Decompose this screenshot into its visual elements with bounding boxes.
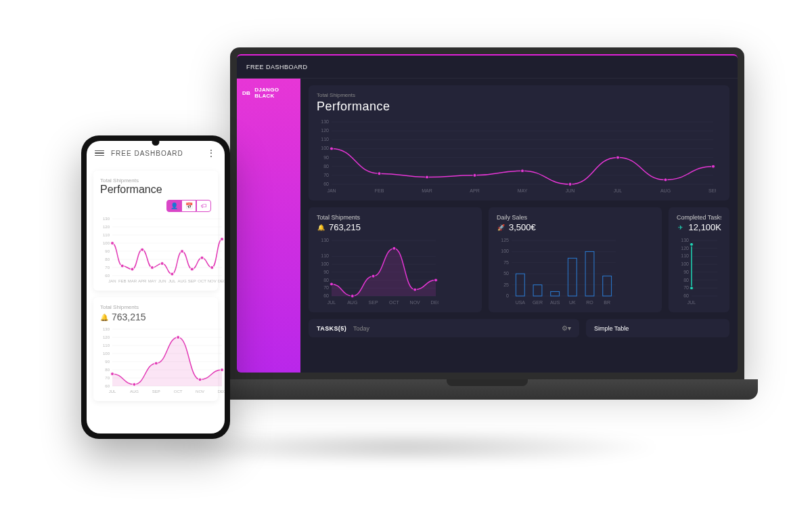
svg-point-20 (521, 169, 524, 173)
svg-text:BR: BR (604, 300, 610, 305)
svg-point-124 (160, 262, 164, 266)
sidebar-brand[interactable]: DB DJANGO BLACK (242, 87, 295, 99)
svg-text:JUN: JUN (566, 188, 575, 193)
svg-text:MAY: MAY (148, 279, 157, 283)
svg-point-126 (181, 250, 184, 253)
mobile-shipments-card: Total Shipments 🔔 763,215 60708090100110… (93, 297, 218, 401)
svg-point-119 (111, 242, 114, 245)
svg-point-19 (473, 173, 476, 177)
svg-point-129 (210, 266, 214, 270)
svg-point-16 (330, 147, 334, 150)
laptop-mockup: FREE DASHBOARD DB DJANGO BLACK Total Shi… (230, 47, 744, 406)
sales-chart: 0255075100125USAGERAUSUKROBR (497, 238, 654, 305)
svg-text:130: 130 (103, 217, 110, 221)
svg-point-17 (378, 172, 381, 175)
svg-text:70: 70 (105, 376, 110, 380)
tasks-filter[interactable]: Today (353, 325, 369, 332)
svg-text:110: 110 (103, 233, 110, 237)
completed-subtitle: Completed Tasks (677, 214, 721, 221)
svg-text:DEC: DEC (431, 300, 438, 305)
completed-value: 12,100K (689, 222, 721, 232)
svg-text:70: 70 (323, 173, 329, 177)
performance-title: Performance (317, 100, 721, 114)
sales-subtitle: Daily Sales (497, 214, 654, 221)
svg-point-127 (190, 268, 194, 271)
shipments-card: Total Shipments 🔔 763,215 60708090100110… (309, 207, 482, 312)
performance-chart: 60708090100110120130JANFEBMARAPRMAYJUNJU… (317, 119, 721, 194)
hamburger-icon[interactable] (95, 150, 104, 156)
svg-text:SEP: SEP (152, 389, 160, 394)
toggle-tag-icon[interactable]: 🏷 (196, 200, 211, 212)
svg-point-163 (198, 378, 202, 381)
mobile-performance-card: Total Shipments Performance 👤 📅 🏷 607080… (93, 171, 218, 291)
svg-text:80: 80 (323, 278, 329, 282)
svg-text:FEB: FEB (375, 188, 384, 193)
svg-text:JUL: JUL (687, 300, 696, 305)
svg-text:DEC: DEC (218, 279, 225, 283)
svg-text:80: 80 (105, 368, 110, 372)
svg-text:MAR: MAR (422, 188, 432, 193)
toggle-calendar-icon[interactable]: 📅 (181, 200, 196, 212)
send-icon: ✈ (677, 224, 685, 232)
simple-table-card: Simple Table (586, 319, 729, 337)
svg-point-121 (131, 268, 134, 271)
svg-text:OCT: OCT (198, 279, 206, 283)
svg-text:80: 80 (683, 278, 689, 282)
svg-text:JAN: JAN (108, 279, 116, 283)
svg-text:AUG: AUG (130, 389, 139, 394)
svg-point-120 (120, 264, 124, 268)
svg-text:120: 120 (103, 225, 110, 229)
svg-text:UK: UK (569, 300, 576, 305)
svg-text:NOV: NOV (208, 279, 217, 283)
svg-text:JUL: JUL (168, 279, 176, 283)
svg-text:JUN: JUN (158, 279, 166, 283)
svg-point-161 (154, 362, 158, 365)
svg-point-22 (616, 156, 620, 159)
svg-text:110: 110 (681, 253, 689, 258)
svg-point-48 (330, 282, 334, 286)
svg-point-21 (568, 183, 572, 186)
view-toggle-group: 👤 📅 🏷 (100, 200, 211, 212)
svg-text:USA: USA (516, 300, 526, 305)
svg-text:JUL: JUL (614, 188, 623, 193)
svg-text:70: 70 (105, 266, 110, 270)
svg-text:FEB: FEB (118, 279, 127, 283)
svg-text:110: 110 (321, 137, 329, 142)
phone-mockup: FREE DASHBOARD ⋮ Total Shipments Perform… (81, 135, 230, 439)
svg-text:100: 100 (681, 261, 689, 266)
svg-text:70: 70 (323, 285, 329, 290)
svg-text:60: 60 (105, 274, 110, 278)
svg-text:AUG: AUG (660, 188, 671, 193)
tasks-label[interactable]: TASKS(5) (317, 325, 346, 332)
sidebar: DB DJANGO BLACK (237, 79, 300, 373)
svg-point-50 (371, 274, 375, 278)
svg-point-49 (351, 295, 354, 298)
svg-text:125: 125 (501, 238, 509, 242)
svg-text:100: 100 (501, 249, 509, 253)
sidebar-label: DJANGO BLACK (254, 87, 295, 99)
svg-text:90: 90 (323, 270, 329, 274)
svg-text:JAN: JAN (327, 188, 336, 193)
svg-text:100: 100 (321, 146, 329, 150)
sidebar-badge: DB (242, 90, 250, 96)
kebab-icon[interactable]: ⋮ (206, 148, 217, 158)
svg-point-164 (221, 368, 224, 372)
svg-text:60: 60 (323, 293, 329, 298)
simple-table-title: Simple Table (594, 325, 629, 332)
svg-text:75: 75 (503, 260, 509, 265)
svg-point-160 (133, 383, 136, 386)
mobile-ship-value: 763,215 (112, 312, 146, 322)
gear-icon[interactable]: ⚙▾ (562, 324, 571, 332)
phone-camera (152, 138, 160, 146)
mobile-ship-subtitle: Total Shipments (100, 304, 211, 310)
mobile-title: FREE DASHBOARD (111, 150, 183, 157)
svg-text:MAR: MAR (128, 279, 137, 283)
svg-text:SEP: SEP (708, 188, 716, 193)
mobile-perf-subtitle: Total Shipments (100, 177, 211, 184)
svg-text:APR: APR (470, 188, 479, 193)
svg-text:SEP: SEP (188, 279, 196, 283)
toggle-user-icon[interactable]: 👤 (166, 200, 181, 212)
svg-text:130: 130 (681, 238, 689, 242)
bell-icon: 🔔 (100, 314, 108, 321)
svg-point-23 (664, 178, 667, 182)
